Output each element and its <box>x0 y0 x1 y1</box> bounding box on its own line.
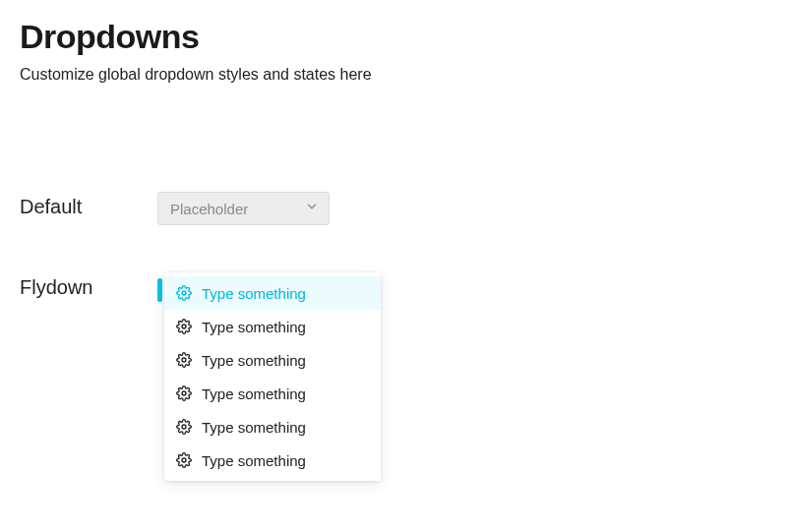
svg-point-5 <box>182 458 186 462</box>
flydown-item[interactable]: Type something <box>164 343 381 377</box>
flydown-item-label: Type something <box>202 419 306 436</box>
flydown-item[interactable]: Type something <box>164 310 381 343</box>
flydown-item-label: Type something <box>202 352 306 369</box>
svg-point-4 <box>182 425 186 429</box>
page-title: Dropdowns <box>20 18 767 56</box>
label-default: Default <box>20 192 157 218</box>
flydown-item-label: Type something <box>202 452 306 469</box>
chevron-down-icon <box>305 200 319 217</box>
svg-point-1 <box>182 325 186 328</box>
row-default: Default Placeholder <box>20 192 767 225</box>
label-flydown: Flydown <box>20 272 157 299</box>
flydown-item-label: Type something <box>202 385 306 402</box>
flydown-item-label: Type something <box>202 285 306 302</box>
flydown-item-label: Type something <box>202 319 306 335</box>
flydown-active-indicator <box>157 278 162 302</box>
dropdown-default[interactable]: Placeholder <box>157 192 330 225</box>
dropdown-placeholder: Placeholder <box>170 201 248 217</box>
svg-point-0 <box>182 291 186 295</box>
flydown-menu: Type something Type something Type somet… <box>164 272 381 481</box>
gear-icon <box>176 452 192 468</box>
gear-icon <box>176 385 192 401</box>
gear-icon <box>176 285 192 301</box>
flydown-menu-wrap: Type something Type something Type somet… <box>157 272 381 481</box>
gear-icon <box>176 352 192 368</box>
page-subtitle: Customize global dropdown styles and sta… <box>20 66 767 84</box>
gear-icon <box>176 319 192 334</box>
gear-icon <box>176 419 192 435</box>
svg-point-2 <box>182 358 186 362</box>
row-flydown: Flydown Type something Type something <box>20 272 767 481</box>
flydown-item[interactable]: Type something <box>164 377 381 410</box>
flydown-item[interactable]: Type something <box>164 410 381 443</box>
flydown-item[interactable]: Type something <box>164 276 381 310</box>
flydown-item[interactable]: Type something <box>164 443 381 477</box>
svg-point-3 <box>182 391 186 395</box>
